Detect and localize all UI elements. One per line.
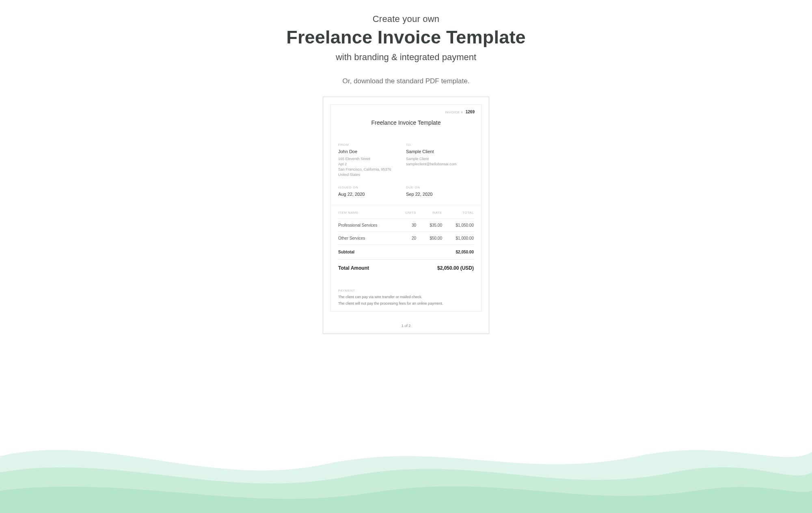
hero-kicker: Create your own <box>0 14 812 24</box>
item-units: 20 <box>394 236 416 240</box>
from-addr3: San Francisco, California, 95376 <box>338 167 406 172</box>
parties-section: FROM John Doe 165 Eleventh Street Apt 2 … <box>331 137 481 205</box>
to-email: sampleclient@hellobonsai.com <box>406 162 474 167</box>
issued-block: ISSUED ON Aug 22, 2020 <box>338 186 406 199</box>
payment-section: PAYMENT The client can pay via wire tran… <box>331 278 481 311</box>
invoice-preview[interactable]: INVOICE # 1269 Freelance Invoice Templat… <box>323 97 489 334</box>
total-label: Total Amount <box>338 265 369 271</box>
due-label: DUE ON <box>406 186 474 189</box>
to-org: Sample Client <box>406 156 474 162</box>
issued-value: Aug 22, 2020 <box>338 192 406 197</box>
payment-line-2: The client will not pay the processing f… <box>338 301 474 305</box>
item-total: $1,000.00 <box>442 236 474 240</box>
line-item: Professional Services 30 $35.00 $1,050.0… <box>338 219 474 232</box>
item-name: Professional Services <box>338 223 394 227</box>
invoice-header: INVOICE # 1269 Freelance Invoice Templat… <box>331 105 481 137</box>
total-row: Total Amount $2,050.00 (USD) <box>338 259 474 273</box>
col-item: ITEM NAME <box>338 211 394 214</box>
hero-caption: Or, download the standard PDF template. <box>0 77 812 85</box>
hero-subtitle: with branding & integrated payment <box>0 52 812 63</box>
hero-title: Freelance Invoice Template <box>0 27 812 48</box>
invoice-number-label: INVOICE # <box>445 110 463 114</box>
invoice-number: INVOICE # 1269 <box>445 110 475 114</box>
total-value: $2,050.00 (USD) <box>437 265 474 271</box>
col-total: TOTAL <box>442 211 474 214</box>
payment-label: PAYMENT <box>338 289 474 292</box>
line-item: Other Services 20 $50.00 $1,000.00 <box>338 232 474 245</box>
background-waves <box>0 407 812 513</box>
items-header: ITEM NAME UNITS RATE TOTAL <box>338 211 474 219</box>
due-value: Sep 22, 2020 <box>406 192 474 197</box>
col-units: UNITS <box>394 211 416 214</box>
issued-label: ISSUED ON <box>338 186 406 189</box>
item-units: 30 <box>394 223 416 227</box>
to-label: TO <box>406 143 474 147</box>
subtotal-row: Subtotal $2,050.00 <box>338 245 474 259</box>
invoice-number-value: 1269 <box>466 110 475 114</box>
item-name: Other Services <box>338 236 394 240</box>
due-block: DUE ON Sep 22, 2020 <box>406 186 474 199</box>
from-addr4: United States <box>338 172 406 177</box>
from-name: John Doe <box>338 149 406 154</box>
from-addr1: 165 Eleventh Street <box>338 156 406 162</box>
from-block: FROM John Doe 165 Eleventh Street Apt 2 … <box>338 143 406 177</box>
from-label: FROM <box>338 143 406 147</box>
col-rate: RATE <box>416 211 442 214</box>
item-total: $1,050.00 <box>442 223 474 227</box>
item-rate: $35.00 <box>416 223 442 227</box>
hero: Create your own Freelance Invoice Templa… <box>0 0 812 85</box>
subtotal-value: $2,050.00 <box>456 250 474 254</box>
payment-line-1: The client can pay via wire transfer or … <box>338 295 474 299</box>
subtotal-label: Subtotal <box>338 250 354 254</box>
item-rate: $50.00 <box>416 236 442 240</box>
to-name: Sample Client <box>406 149 474 154</box>
to-block: TO Sample Client Sample Client samplecli… <box>406 143 474 177</box>
invoice-title: Freelance Invoice Template <box>338 119 474 126</box>
items-section: ITEM NAME UNITS RATE TOTAL Professional … <box>331 205 481 278</box>
page-indicator: 1 of 2 <box>323 324 489 328</box>
from-addr2: Apt 2 <box>338 162 406 167</box>
